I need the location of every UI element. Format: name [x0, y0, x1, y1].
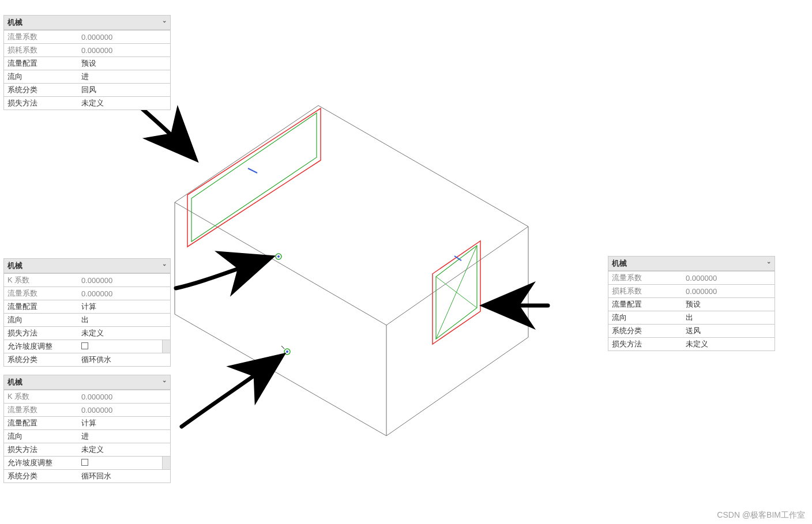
checkbox-icon[interactable] — [81, 342, 88, 349]
prop-value[interactable]: 未定义 — [78, 327, 170, 340]
prop-label: 允许坡度调整 — [4, 457, 78, 470]
prop-row: 系统分类循环供水 — [4, 353, 170, 367]
prop-value[interactable]: 回风 — [78, 84, 170, 97]
prop-value[interactable]: 出 — [78, 314, 170, 327]
props-table: 流量系数0.000000损耗系数0.000000流量配置预设流向出系统分类送风损… — [608, 271, 775, 350]
prop-row: 流量配置预设 — [608, 298, 775, 311]
prop-value[interactable] — [78, 340, 170, 353]
prop-label: 损失方法 — [4, 97, 78, 110]
prop-value[interactable]: 未定义 — [78, 97, 170, 110]
prop-label: 损耗系数 — [608, 285, 682, 298]
panel-title: 机械 — [7, 18, 22, 27]
prop-value: 0.000000 — [682, 272, 775, 285]
prop-label: 允许坡度调整 — [4, 340, 78, 353]
prop-row: K 系数0.000000 — [4, 390, 170, 404]
props-table: K 系数0.000000流量系数0.000000流量配置计算流向出损失方法未定义… — [4, 273, 170, 366]
prop-row: 损失方法未定义 — [4, 443, 170, 457]
prop-value[interactable]: 循环回水 — [78, 470, 170, 483]
panel-mid-left: 机械 ⌄ K 系数0.000000流量系数0.000000流量配置计算流向出损失… — [3, 258, 171, 367]
prop-label: 系统分类 — [4, 84, 78, 97]
row-action-button[interactable] — [162, 457, 170, 469]
panel-header[interactable]: 机械 ⌄ — [4, 375, 170, 390]
prop-label: 流量配置 — [608, 298, 682, 311]
prop-value[interactable]: 预设 — [78, 57, 170, 70]
panel-header[interactable]: 机械 ⌄ — [4, 259, 170, 273]
prop-label: 流向 — [608, 311, 682, 325]
prop-value: 0.000000 — [78, 404, 170, 417]
prop-row: 系统分类送风 — [608, 325, 775, 338]
prop-row: 损失方法未定义 — [4, 97, 170, 110]
prop-row: 损失方法未定义 — [608, 338, 775, 351]
prop-label: 流量系数 — [4, 31, 78, 44]
prop-value[interactable] — [78, 457, 170, 470]
svg-marker-3 — [433, 241, 480, 344]
prop-label: 损耗系数 — [4, 44, 78, 57]
prop-value[interactable]: 送风 — [682, 325, 775, 338]
callout-arrows — [130, 98, 548, 427]
prop-row: 流向出 — [608, 311, 775, 325]
row-action-button[interactable] — [162, 340, 170, 353]
prop-row: 流量配置计算 — [4, 300, 170, 314]
svg-line-12 — [281, 346, 284, 349]
svg-point-10 — [284, 349, 290, 355]
prop-row: 允许坡度调整 — [4, 457, 170, 470]
svg-line-6 — [436, 246, 477, 339]
prop-label: 损失方法 — [608, 338, 682, 351]
prop-label: 损失方法 — [4, 327, 78, 340]
prop-value[interactable]: 计算 — [78, 300, 170, 314]
connector-pipe-in — [281, 346, 290, 355]
svg-point-11 — [286, 350, 288, 353]
prop-label: 流量系数 — [608, 272, 682, 285]
connector-pipe-out — [276, 254, 281, 259]
prop-label: 系统分类 — [4, 353, 78, 367]
checkbox-icon[interactable] — [81, 459, 88, 466]
prop-row: 流向进 — [4, 430, 170, 443]
collapse-icon[interactable]: ⌄ — [162, 377, 167, 383]
panel-title: 机械 — [612, 259, 627, 267]
prop-value: 0.000000 — [78, 390, 170, 404]
prop-label: K 系数 — [4, 274, 78, 287]
connector-return-air — [187, 108, 321, 247]
prop-value[interactable]: 进 — [78, 430, 170, 443]
prop-label: K 系数 — [4, 390, 78, 404]
prop-value[interactable]: 进 — [78, 70, 170, 84]
prop-row: 损耗系数0.000000 — [4, 44, 170, 57]
prop-value: 0.000000 — [78, 44, 170, 57]
panel-title: 机械 — [7, 261, 22, 270]
prop-value[interactable]: 未定义 — [78, 443, 170, 457]
prop-label: 流向 — [4, 430, 78, 443]
prop-value[interactable]: 出 — [682, 311, 775, 325]
panel-header[interactable]: 机械 ⌄ — [4, 16, 170, 30]
prop-value: 0.000000 — [78, 31, 170, 44]
prop-value[interactable]: 循环供水 — [78, 353, 170, 367]
panel-right: 机械 ⌄ 流量系数0.000000损耗系数0.000000流量配置预设流向出系统… — [608, 256, 775, 351]
svg-line-7 — [454, 256, 461, 261]
watermark-text: CSDN @极客BIM工作室 — [717, 510, 805, 521]
svg-marker-1 — [191, 113, 317, 242]
collapse-icon[interactable]: ⌄ — [162, 17, 167, 24]
prop-label: 系统分类 — [608, 325, 682, 338]
prop-value: 0.000000 — [78, 274, 170, 287]
prop-label: 流量配置 — [4, 57, 78, 70]
svg-marker-0 — [187, 108, 321, 247]
panel-bottom-left: 机械 ⌄ K 系数0.000000流量系数0.000000流量配置计算流向进损失… — [3, 375, 171, 483]
prop-row: 流量系数0.000000 — [4, 287, 170, 300]
prop-row: 流量配置预设 — [4, 57, 170, 70]
prop-row: 损耗系数0.000000 — [608, 285, 775, 298]
prop-value[interactable]: 预设 — [682, 298, 775, 311]
prop-value[interactable]: 未定义 — [682, 338, 775, 351]
svg-point-9 — [277, 255, 280, 258]
prop-label: 损失方法 — [4, 443, 78, 457]
svg-point-8 — [276, 254, 281, 259]
panel-header[interactable]: 机械 ⌄ — [608, 257, 775, 271]
prop-label: 系统分类 — [4, 470, 78, 483]
props-table: K 系数0.000000流量系数0.000000流量配置计算流向进损失方法未定义… — [4, 390, 170, 482]
prop-label: 流量系数 — [4, 404, 78, 417]
prop-row: 允许坡度调整 — [4, 340, 170, 353]
collapse-icon[interactable]: ⌄ — [162, 261, 167, 267]
prop-value[interactable]: 计算 — [78, 417, 170, 430]
prop-row: 流向出 — [4, 314, 170, 327]
svg-line-2 — [248, 168, 257, 173]
prop-label: 流量系数 — [4, 287, 78, 300]
collapse-icon[interactable]: ⌄ — [766, 258, 771, 265]
